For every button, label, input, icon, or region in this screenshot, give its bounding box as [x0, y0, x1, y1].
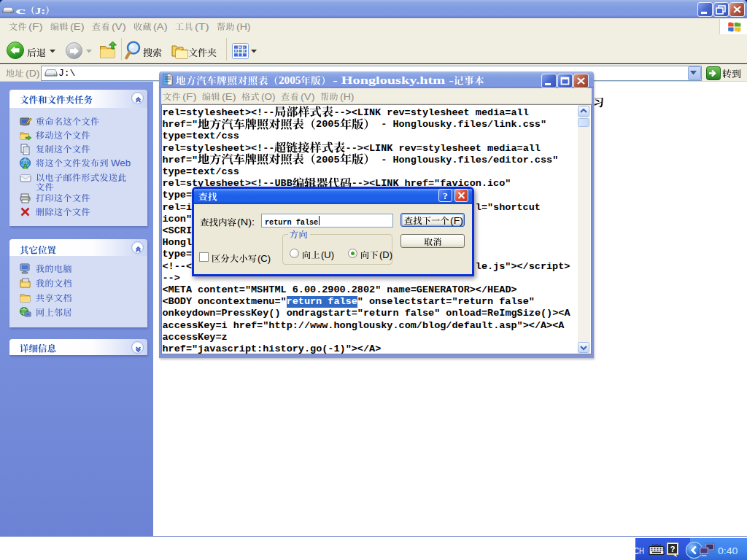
svg-text:(T): (T)	[195, 22, 209, 32]
svg-text:2005: 2005	[279, 75, 301, 86]
svg-text:(D): (D)	[379, 250, 392, 260]
svg-text:c: c	[15, 5, 26, 16]
svg-text:?: ?	[443, 190, 448, 201]
svg-text:(A): (A)	[153, 22, 168, 32]
svg-text:0:40: 0:40	[718, 545, 738, 556]
svg-text:(F): (F)	[182, 92, 197, 102]
svg-text:(U): (U)	[321, 250, 334, 260]
svg-text:(F): (F)	[28, 22, 43, 32]
svg-text:(N):: (N):	[237, 217, 255, 228]
svg-text:(C): (C)	[258, 254, 271, 264]
svg-text:(D): (D)	[26, 69, 40, 79]
svg-text:(F): (F)	[450, 216, 463, 226]
svg-text:(H): (H)	[340, 92, 355, 102]
svg-text:?: ?	[670, 545, 676, 553]
svg-text:(E): (E)	[70, 22, 85, 32]
svg-text:CH: CH	[634, 546, 644, 556]
svg-text:J:: J:	[35, 5, 45, 16]
svg-text:(O): (O)	[261, 92, 276, 102]
svg-text:(V): (V)	[112, 22, 126, 32]
svg-text:return false: return false	[265, 217, 318, 228]
svg-text:(H): (H)	[236, 22, 251, 32]
svg-text:Web: Web	[111, 158, 131, 168]
svg-text:(V): (V)	[301, 92, 315, 102]
svg-text:(E): (E)	[222, 92, 236, 102]
svg-text:- Honglousky.htm -: - Honglousky.htm -	[333, 75, 454, 86]
